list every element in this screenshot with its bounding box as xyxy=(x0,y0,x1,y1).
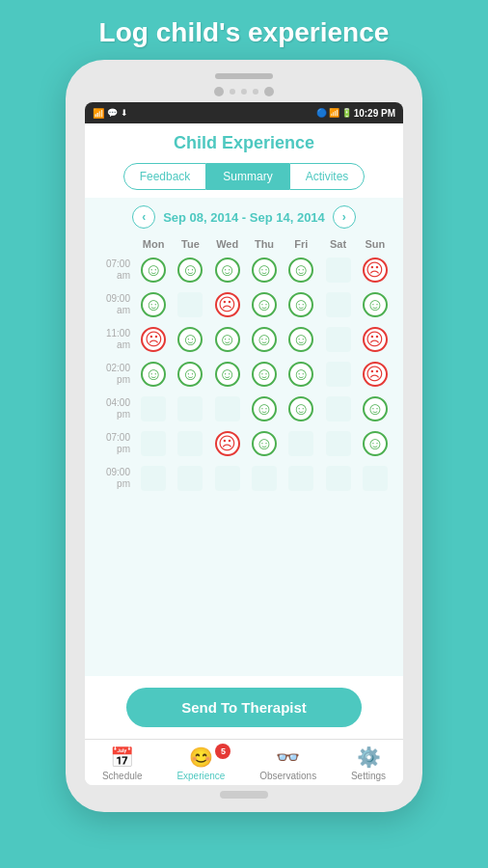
nav-observations-label: Observations xyxy=(259,771,316,781)
date-range: Sep 08, 2014 - Sep 14, 2014 xyxy=(163,210,325,225)
face-cell-r0-c1[interactable]: ☺ xyxy=(172,254,208,286)
face-cell-r0-c6[interactable]: ☹ xyxy=(357,254,393,286)
top-banner: Log child's experience xyxy=(99,0,390,60)
prev-week-button[interactable]: ‹ xyxy=(132,205,155,229)
time-label-4: 04:00pm xyxy=(95,397,135,420)
happy-face-r5-c6: ☺ xyxy=(363,431,388,456)
nav-experience[interactable]: 😊 5 Experience xyxy=(176,746,225,781)
face-cell-r3-c3[interactable]: ☺ xyxy=(246,358,283,391)
happy-face-r3-c4: ☺ xyxy=(288,362,313,387)
empty-face-r5-c1 xyxy=(177,431,203,456)
face-cell-r6-c0[interactable] xyxy=(135,462,172,495)
face-cell-r1-c6[interactable]: ☺ xyxy=(357,288,393,321)
day-tue: Tue xyxy=(172,238,208,250)
experience-badge: 5 xyxy=(215,744,230,759)
face-cell-r0-c4[interactable]: ☺ xyxy=(283,254,319,286)
face-cell-r5-c4[interactable] xyxy=(283,427,319,460)
face-cell-r2-c4[interactable]: ☺ xyxy=(283,323,319,356)
tab-feedback[interactable]: Feedback xyxy=(123,163,207,190)
face-cell-r1-c0[interactable]: ☺ xyxy=(135,288,172,321)
face-cell-r6-c3[interactable] xyxy=(246,462,283,495)
face-cell-r5-c6[interactable]: ☺ xyxy=(357,427,393,460)
tab-activites[interactable]: Activites xyxy=(289,163,366,190)
empty-face-r1-c5 xyxy=(326,292,351,317)
sad-face-r2-c6: ☹ xyxy=(363,327,388,352)
next-week-button[interactable]: › xyxy=(333,205,356,229)
face-cell-r5-c1[interactable] xyxy=(172,427,208,460)
happy-face-r2-c2: ☺ xyxy=(215,327,240,352)
face-cell-r3-c2[interactable]: ☺ xyxy=(209,358,246,391)
happy-face-r3-c3: ☺ xyxy=(252,362,277,387)
face-cell-r4-c2[interactable] xyxy=(209,393,246,425)
face-cell-r1-c1[interactable] xyxy=(172,288,208,321)
phone-dot-3 xyxy=(253,89,258,95)
experience-icon: 😊 xyxy=(189,746,213,769)
send-to-therapist-button[interactable]: Send To Therapist xyxy=(126,688,363,727)
tab-bar: Feedback Summary Activites xyxy=(85,163,403,190)
face-cell-r6-c2[interactable] xyxy=(209,462,246,495)
phone-camera xyxy=(214,87,224,96)
grid-header: Mon Tue Wed Thu Fri Sat Sun xyxy=(95,238,393,250)
face-cell-r6-c6[interactable] xyxy=(357,462,393,495)
happy-face-r0-c4: ☺ xyxy=(288,258,313,283)
face-cell-r0-c3[interactable]: ☺ xyxy=(246,254,283,286)
grid-row-3: 02:00pm☺☺☺☺☺☹ xyxy=(95,358,393,391)
phone-speaker xyxy=(215,73,273,79)
face-cell-r4-c6[interactable]: ☺ xyxy=(357,393,393,425)
face-cell-r3-c1[interactable]: ☺ xyxy=(172,358,208,391)
face-cell-r2-c2[interactable]: ☺ xyxy=(209,323,246,356)
face-cell-r1-c5[interactable] xyxy=(319,288,356,321)
face-cell-r5-c5[interactable] xyxy=(319,427,356,460)
face-cell-r2-c6[interactable]: ☹ xyxy=(357,323,393,356)
calendar-section: ‹ Sep 08, 2014 - Sep 14, 2014 › Mon Tue … xyxy=(85,198,403,676)
face-cell-r6-c5[interactable] xyxy=(319,462,356,495)
face-cell-r1-c2[interactable]: ☹ xyxy=(209,288,246,321)
face-cell-r4-c4[interactable]: ☺ xyxy=(283,393,319,425)
face-cell-r4-c5[interactable] xyxy=(319,393,356,425)
nav-schedule-label: Schedule xyxy=(102,771,143,781)
face-cell-r1-c3[interactable]: ☺ xyxy=(246,288,283,321)
face-cell-r3-c6[interactable]: ☹ xyxy=(357,358,393,391)
app-headline: Log child's experience xyxy=(99,0,390,60)
bluetooth-icon: 🔵 xyxy=(316,108,327,118)
face-cell-r2-c1[interactable]: ☺ xyxy=(172,323,208,356)
status-bar: 📶 💬 ⬇ 🔵 📶 🔋 10:29 PM xyxy=(85,102,403,123)
face-cell-r3-c0[interactable]: ☺ xyxy=(135,358,172,391)
tab-summary[interactable]: Summary xyxy=(206,163,288,190)
face-cell-r3-c4[interactable]: ☺ xyxy=(283,358,319,391)
face-cell-r1-c4[interactable]: ☺ xyxy=(283,288,319,321)
page-title: Child Experience xyxy=(85,133,403,153)
nav-schedule[interactable]: 📅 Schedule xyxy=(102,746,143,781)
empty-face-r6-c5 xyxy=(326,466,351,491)
face-cell-r5-c3[interactable]: ☺ xyxy=(246,427,283,460)
phone-screen: 📶 💬 ⬇ 🔵 📶 🔋 10:29 PM Child Experience Fe… xyxy=(85,102,403,785)
empty-header xyxy=(95,238,135,250)
phone-home-button[interactable] xyxy=(220,791,268,799)
face-cell-r6-c4[interactable] xyxy=(283,462,319,495)
nav-settings[interactable]: ⚙️ Settings xyxy=(351,746,386,781)
face-cell-r0-c2[interactable]: ☺ xyxy=(209,254,246,286)
face-cell-r0-c5[interactable] xyxy=(319,254,356,286)
face-cell-r5-c2[interactable]: ☹ xyxy=(209,427,246,460)
face-cell-r2-c0[interactable]: ☹ xyxy=(135,323,172,356)
happy-face-r4-c3: ☺ xyxy=(252,396,277,421)
face-cell-r2-c3[interactable]: ☺ xyxy=(246,323,283,356)
phone-frame: 📶 💬 ⬇ 🔵 📶 🔋 10:29 PM Child Experience Fe… xyxy=(66,60,422,812)
face-cell-r4-c1[interactable] xyxy=(172,393,208,425)
happy-face-r5-c3: ☺ xyxy=(252,431,277,456)
grid-row-1: 09:00am☺☹☺☺☺ xyxy=(95,288,393,321)
face-cell-r4-c0[interactable] xyxy=(135,393,172,425)
face-cell-r6-c1[interactable] xyxy=(172,462,208,495)
face-cell-r3-c5[interactable] xyxy=(319,358,356,391)
phone-camera-2 xyxy=(264,87,274,96)
face-cell-r5-c0[interactable] xyxy=(135,427,172,460)
time-label-6: 09:00pm xyxy=(95,467,135,490)
face-cell-r2-c5[interactable] xyxy=(319,323,356,356)
settings-icon: ⚙️ xyxy=(357,746,381,769)
nav-observations[interactable]: 👓 Observations xyxy=(259,746,316,781)
date-nav: ‹ Sep 08, 2014 - Sep 14, 2014 › xyxy=(89,205,399,229)
time-label-0: 07:00am xyxy=(95,258,135,282)
face-cell-r4-c3[interactable]: ☺ xyxy=(246,393,283,425)
face-cell-r0-c0[interactable]: ☺ xyxy=(135,254,172,286)
happy-face-r0-c3: ☺ xyxy=(252,258,277,283)
